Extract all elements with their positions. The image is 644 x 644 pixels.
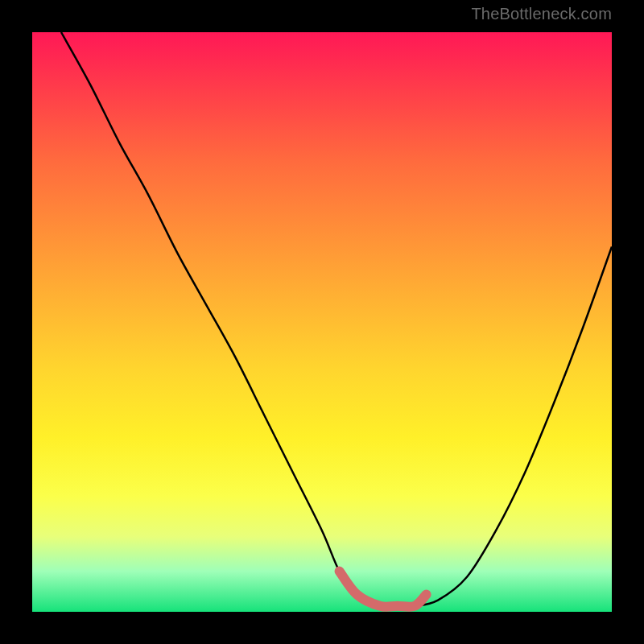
bottleneck-curve-svg	[32, 32, 612, 612]
watermark-text: TheBottleneck.com	[471, 5, 612, 23]
bottleneck-highlight-segment	[340, 572, 427, 607]
chart-frame: TheBottleneck.com	[0, 0, 644, 644]
bottleneck-curve	[61, 32, 612, 607]
plot-area	[32, 32, 612, 612]
